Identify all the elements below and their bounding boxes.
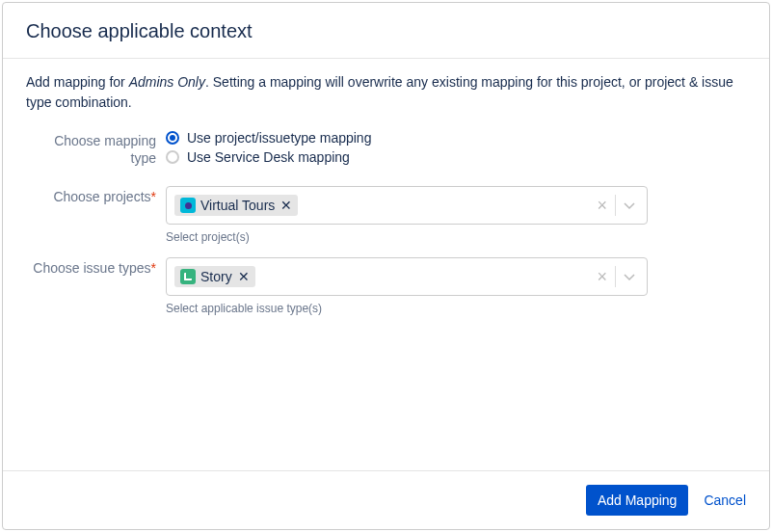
radio-label: Use Service Desk mapping	[187, 149, 350, 165]
story-icon	[180, 269, 196, 284]
dialog-title: Choose applicable context	[26, 20, 746, 42]
radio-icon	[166, 131, 179, 145]
description-text: Add mapping for Admins Only. Setting a m…	[26, 72, 746, 113]
dialog-footer: Add Mapping Cancel	[3, 470, 769, 529]
dialog-body: Add mapping for Admins Only. Setting a m…	[3, 58, 769, 470]
chip-remove-icon[interactable]: ✕	[280, 199, 292, 212]
issue-type-chip: Story ✕	[174, 266, 255, 287]
dialog-header: Choose applicable context	[3, 3, 769, 58]
issue-types-row: Choose issue types* Story ✕ × Select app…	[26, 257, 746, 315]
issue-types-multiselect[interactable]: Story ✕ ×	[166, 257, 648, 296]
radio-label: Use project/issuetype mapping	[187, 130, 371, 146]
projects-helper: Select project(s)	[166, 230, 746, 244]
chip-label: Story	[200, 269, 232, 284]
clear-all-icon[interactable]: ×	[589, 197, 615, 214]
cancel-button[interactable]: Cancel	[704, 492, 746, 508]
projects-row: Choose projects* Virtual Tours ✕ × Selec…	[26, 186, 746, 244]
chevron-down-icon[interactable]	[616, 197, 643, 214]
required-asterisk: *	[151, 260, 156, 276]
chip-remove-icon[interactable]: ✕	[238, 270, 250, 283]
radio-project-issuetype[interactable]: Use project/issuetype mapping	[166, 130, 746, 146]
description-prefix: Add mapping for	[26, 74, 129, 90]
project-icon	[180, 198, 196, 213]
radio-icon	[166, 150, 179, 164]
chip-label: Virtual Tours	[200, 198, 275, 213]
issue-types-field: Story ✕ × Select applicable issue type(s…	[166, 257, 746, 315]
mapping-type-row: Choose mapping type Use project/issuetyp…	[26, 130, 746, 169]
project-chip: Virtual Tours ✕	[174, 195, 298, 216]
projects-multiselect[interactable]: Virtual Tours ✕ ×	[166, 186, 648, 225]
projects-label: Choose projects*	[26, 186, 166, 244]
issue-types-label: Choose issue types*	[26, 257, 166, 315]
issue-types-helper: Select applicable issue type(s)	[166, 302, 746, 315]
description-entity: Admins Only	[129, 74, 205, 90]
required-asterisk: *	[151, 189, 156, 204]
chevron-down-icon[interactable]	[616, 268, 643, 285]
dialog: Choose applicable context Add mapping fo…	[2, 2, 770, 530]
mapping-type-field: Use project/issuetype mapping Use Servic…	[166, 130, 746, 169]
radio-service-desk[interactable]: Use Service Desk mapping	[166, 149, 746, 165]
add-mapping-button[interactable]: Add Mapping	[586, 485, 689, 516]
projects-field: Virtual Tours ✕ × Select project(s)	[166, 186, 746, 244]
mapping-type-label: Choose mapping type	[26, 130, 166, 169]
clear-all-icon[interactable]: ×	[589, 268, 615, 285]
